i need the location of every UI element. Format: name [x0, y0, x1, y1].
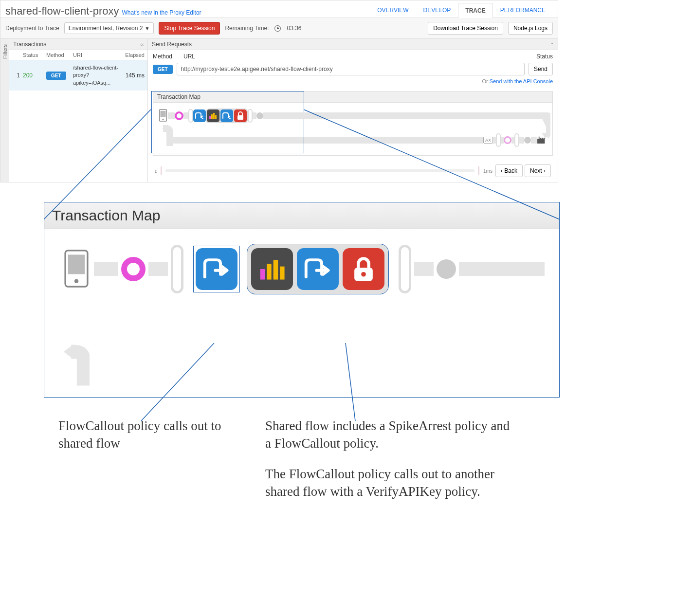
col-method: Method: [46, 52, 73, 58]
tab-develop[interactable]: DEVELOP: [416, 2, 458, 18]
send-requests-header: Send Requests ⌃: [148, 39, 558, 50]
svg-rect-3: [209, 116, 211, 119]
send-header-row: Method URL Status: [148, 50, 558, 63]
big-spikearrest-policy-icon: [251, 248, 293, 290]
preflow-pill-icon[interactable]: [188, 109, 193, 123]
transactions-header: Transactions ‹‹: [9, 39, 147, 50]
next-label: Next: [530, 167, 542, 174]
node-logs-button[interactable]: Node.js Logs: [508, 22, 553, 35]
big-flowcallout-policy-icon: [196, 248, 237, 290]
tab-overview[interactable]: OVERVIEW: [370, 2, 416, 18]
flow-corner-down-icon: [541, 112, 550, 142]
row-uri: /shared-flow-client-proxy?apikey=iOAsq..…: [73, 64, 121, 87]
verifyapikey-policy-icon[interactable]: [234, 109, 247, 122]
app-window: shared-flow-client-proxy What's new in t…: [0, 0, 558, 182]
trace-toolbar: Deployment to Trace Environment test, Re…: [0, 18, 558, 39]
big-transaction-map-title: Transaction Map: [44, 202, 559, 229]
response-pill1-icon[interactable]: [496, 133, 501, 147]
whats-new-link[interactable]: What's new in the Proxy Editor: [122, 9, 201, 16]
timeline-tick-end-icon: [477, 166, 480, 175]
svg-point-16: [74, 279, 79, 283]
row-method-pill: GET: [46, 72, 66, 80]
body-area: Filters Transactions ‹‹ Status Method UR…: [0, 39, 558, 182]
response-pill2-icon[interactable]: [514, 133, 519, 147]
status-header: Status: [524, 53, 553, 60]
filters-rail[interactable]: Filters: [0, 39, 9, 182]
url-header: URL: [183, 53, 520, 60]
svg-point-2: [163, 118, 164, 120]
timeline-bar[interactable]: [165, 169, 474, 172]
response-dot-icon[interactable]: [524, 137, 531, 144]
api-console-link[interactable]: Send with the API Console: [490, 78, 553, 84]
next-button[interactable]: Next ›: [525, 164, 551, 177]
timeline-end: 1ms: [483, 168, 493, 174]
collapse-left-icon[interactable]: ‹‹: [140, 42, 144, 47]
url-input-row: GET Send: [148, 63, 558, 78]
svg-rect-6: [215, 115, 217, 119]
ax-badge[interactable]: AX: [483, 137, 493, 144]
flowcallout-policy-icon[interactable]: [193, 109, 206, 122]
chevron-down-icon: ▼: [145, 26, 149, 31]
response-circle-icon[interactable]: [504, 136, 511, 144]
svg-marker-23: [64, 344, 74, 360]
big-client-icon: [62, 249, 91, 290]
url-input[interactable]: [177, 63, 525, 75]
response-flow: AX: [158, 133, 547, 147]
big-postflow-pill-icon: [399, 245, 411, 293]
svg-rect-20: [280, 267, 284, 280]
page-title: shared-flow-client-proxy: [5, 5, 119, 18]
back-button[interactable]: ‹ Back: [495, 164, 523, 177]
tab-performance[interactable]: PERFORMANCE: [493, 2, 553, 18]
big-return-arrow-icon: [63, 343, 90, 387]
big-preflow-pill-icon: [171, 245, 183, 293]
caption-row: FlowCallout policy calls out to shared f…: [44, 398, 560, 501]
big-transaction-map: Transaction Map: [44, 202, 560, 398]
title-bar: shared-flow-client-proxy What's new in t…: [0, 0, 558, 18]
method-pill[interactable]: GET: [153, 65, 173, 74]
postflow-pill-icon[interactable]: [248, 109, 253, 123]
stop-trace-button[interactable]: Stop Trace Session: [159, 22, 220, 35]
grey-dot-icon[interactable]: [256, 112, 263, 119]
environment-dropdown[interactable]: Environment test, Revision 2 ▼: [64, 22, 154, 34]
transactions-panel: Transactions ‹‹ Status Method URI Elapse…: [9, 39, 148, 182]
transaction-map-body: AX: [153, 103, 552, 155]
nav-tabs: OVERVIEW DEVELOP TRACE PERFORMANCE: [370, 2, 553, 18]
remaining-value: 03:36: [287, 25, 301, 32]
big-flow-row: [44, 229, 559, 314]
svg-rect-7: [237, 115, 243, 120]
client-icon[interactable]: [158, 109, 168, 123]
big-start-circle-icon: [121, 257, 146, 281]
deployment-label: Deployment to Trace: [5, 25, 59, 32]
caption-right-p1: Shared flow includes a SpikeArrest polic…: [265, 417, 518, 453]
start-circle-icon[interactable]: [175, 111, 183, 120]
row-elapsed: 145 ms: [121, 72, 147, 79]
svg-rect-17: [260, 269, 265, 280]
big-grey-dot-icon: [437, 259, 456, 279]
environment-label: Environment test, Revision 2: [69, 25, 143, 32]
filters-label: Filters: [2, 44, 8, 59]
col-status: Status: [23, 52, 46, 58]
main-panel: Send Requests ⌃ Method URL Status GET Se…: [148, 39, 558, 182]
svg-rect-5: [213, 113, 215, 119]
big-flowcallout2-policy-icon: [297, 248, 339, 290]
timeline-tick-start-icon: [160, 166, 163, 175]
transaction-row[interactable]: 1 200 GET /shared-flow-client-proxy?apik…: [9, 60, 147, 91]
big-flowcallout-highlight: [193, 246, 240, 292]
send-button[interactable]: Send: [529, 63, 553, 75]
download-trace-button[interactable]: Download Trace Session: [428, 22, 503, 35]
timeline: ε 1ms ‹ Back Next ›: [148, 160, 558, 182]
row-index: 1: [9, 72, 23, 79]
row-status: 200: [23, 72, 46, 79]
caption-right-p2: The FlowCallout policy calls out to anot…: [265, 465, 518, 501]
collapse-up-icon[interactable]: ⌃: [550, 42, 554, 47]
transaction-map-title: Transaction Map: [153, 91, 552, 103]
svg-rect-19: [274, 260, 278, 279]
send-requests-title: Send Requests: [152, 41, 192, 48]
spikearrest-policy-icon[interactable]: [207, 109, 219, 122]
tab-trace[interactable]: TRACE: [458, 3, 493, 18]
return-arrow-icon: [158, 124, 173, 148]
flowcallout2-policy-icon[interactable]: [220, 109, 233, 122]
caption-flowcallout: FlowCallout policy calls out to shared f…: [58, 417, 224, 501]
svg-rect-18: [267, 264, 271, 279]
transaction-map-panel: Transaction Map: [153, 91, 553, 156]
